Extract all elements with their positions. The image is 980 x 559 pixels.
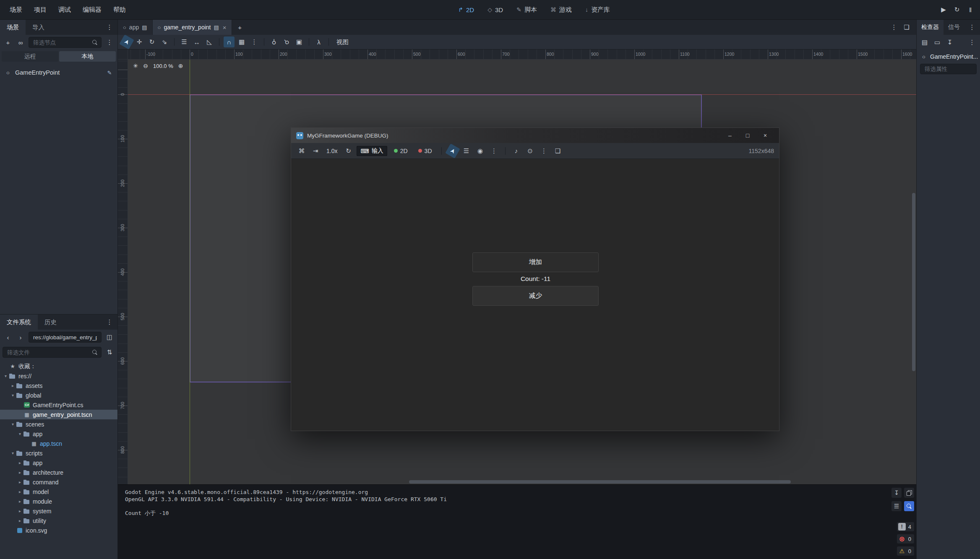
view-menu-button[interactable]: 视图 [331, 37, 354, 47]
filesystem-dock-menu-icon[interactable]: ⋮ [104, 317, 115, 328]
workspace-game[interactable]: ⌘游戏 [550, 6, 572, 14]
maximize-icon[interactable]: □ [739, 130, 756, 141]
errors-badge[interactable]: ⊗0 [897, 534, 914, 543]
messages-badge[interactable]: !4 [897, 522, 914, 531]
file-item-res---[interactable]: res:// [0, 371, 117, 381]
close-icon[interactable]: × [756, 130, 774, 141]
fullscreen-icon[interactable]: ❏ [553, 146, 563, 156]
file-item-icon.svg[interactable]: icon.svg [0, 525, 117, 535]
tab-filesystem[interactable]: 文件系统 [0, 315, 38, 330]
file-item-global[interactable]: global [0, 390, 117, 400]
play-icon[interactable]: ▶ [938, 4, 949, 15]
path-input[interactable] [32, 334, 98, 341]
file-item-module[interactable]: module [0, 497, 117, 506]
tab-inspector[interactable]: 检查器 [917, 20, 944, 35]
file-item-game-entry-point.tscn[interactable]: game_entry_point.tscn [0, 410, 117, 419]
scene-tabs-menu-icon[interactable]: ⋮ [889, 22, 899, 33]
move-mode-icon[interactable]: ✛ [134, 36, 145, 47]
history-forward-icon[interactable]: › [15, 332, 26, 343]
viewport-vscrollbar[interactable] [911, 60, 916, 479]
new-resource-icon[interactable]: ▤ [919, 37, 930, 48]
workspace-script[interactable]: ✎脚本 [516, 6, 537, 14]
unlock-selected-icon[interactable]: ⚲ [279, 34, 295, 50]
file-item-architecture[interactable]: architecture [0, 468, 117, 477]
skeleton-options-icon[interactable]: λ [313, 36, 324, 47]
menu-scene[interactable]: 场景 [4, 4, 28, 16]
expand-arrow-icon[interactable] [17, 509, 23, 513]
menu-project[interactable]: 项目 [29, 4, 52, 16]
expand-arrow-icon[interactable] [10, 383, 16, 388]
file-item-scripts[interactable]: scripts [0, 448, 117, 458]
tab-import[interactable]: 导入 [26, 20, 51, 35]
property-filter-input[interactable] [924, 65, 973, 73]
smart-snap-icon[interactable]: ∩ [224, 36, 235, 47]
file-item-scenes[interactable]: scenes [0, 419, 117, 429]
output-search-icon[interactable] [904, 501, 914, 511]
file-item-app[interactable]: app [0, 458, 117, 468]
expand-arrow-icon[interactable] [10, 451, 16, 455]
warnings-badge[interactable]: ⚠0 [897, 546, 914, 556]
add-node-icon[interactable]: + [3, 37, 13, 48]
scene-tab-game-entry-point[interactable]: ○game_entry_point▤× [153, 20, 232, 35]
expand-arrow-icon[interactable] [17, 470, 23, 475]
remote-tab[interactable]: 远程 [2, 51, 58, 62]
visibility-icon[interactable]: ◉ [475, 146, 486, 156]
expand-arrow-icon[interactable] [17, 489, 23, 494]
pause-icon[interactable]: ‖ [965, 4, 976, 15]
joypad-debug-icon[interactable]: ⌘ [296, 146, 307, 156]
output-list-icon[interactable]: ☰ [891, 501, 902, 511]
menu-editor[interactable]: 编辑器 [77, 4, 107, 16]
input-toggle[interactable]: ⌨输入 [357, 146, 387, 156]
expand-arrow-icon[interactable] [17, 499, 23, 504]
expand-arrow-icon[interactable] [3, 374, 9, 378]
load-resource-icon[interactable]: ▭ [932, 37, 943, 48]
expand-arrow-icon[interactable] [17, 460, 23, 465]
file-filter-input[interactable] [6, 349, 89, 356]
camera-3d-toggle[interactable]: 3D [414, 146, 436, 156]
selection-options-icon[interactable]: ⋮ [489, 146, 500, 156]
next-frame-icon[interactable]: ⇥ [310, 146, 321, 156]
distraction-free-mode-icon[interactable]: ❏ [901, 22, 912, 33]
node-icon[interactable]: ○ [920, 53, 928, 60]
increase-button[interactable]: 增加 [472, 252, 599, 272]
history-back-icon[interactable]: ‹ [3, 332, 13, 343]
scale-mode-icon[interactable]: ⇘ [159, 36, 170, 47]
save-resource-icon[interactable]: ↧ [944, 37, 955, 48]
embed-options-icon[interactable]: ⋮ [539, 146, 550, 156]
select-mode-icon[interactable]: ➤ [119, 34, 134, 49]
sort-files-icon[interactable]: ⇅ [104, 347, 115, 358]
scene-node-gameentrypoint[interactable]: ○ GameEntryPoint ✎ [0, 66, 117, 79]
local-tab[interactable]: 本地 [59, 51, 116, 62]
camera-2d-toggle[interactable]: 2D [390, 146, 412, 156]
hscroll-thumb[interactable] [409, 480, 791, 484]
select-mode-icon[interactable]: ➤ [445, 143, 460, 159]
vscroll-thumb[interactable] [912, 193, 915, 371]
expand-arrow-icon[interactable] [10, 422, 16, 426]
close-tab-icon[interactable]: × [222, 24, 227, 31]
file-item-app[interactable]: app [0, 429, 117, 439]
resource-menu-icon[interactable]: ⋮ [967, 37, 977, 48]
file-item-utility[interactable]: utility [0, 516, 117, 525]
menu-help[interactable]: 帮助 [108, 4, 131, 16]
split-view-icon[interactable]: ◫ [104, 332, 115, 343]
tab-history[interactable]: 历史 [38, 315, 63, 330]
inspector-dock-menu-icon[interactable]: ⋮ [967, 22, 977, 33]
expand-arrow-icon[interactable] [17, 432, 23, 436]
scene-tree-menu-icon[interactable]: ⋮ [104, 37, 115, 48]
camera-override-icon[interactable]: ⊙ [525, 146, 536, 156]
file-item----[interactable]: 收藏： [0, 361, 117, 371]
workspace-2d[interactable]: ↱2D [458, 6, 474, 13]
rotate-mode-icon[interactable]: ↻ [146, 36, 157, 47]
menu-debug[interactable]: 调试 [53, 4, 76, 16]
workspace-assetlib[interactable]: ↓资产库 [585, 6, 610, 14]
grid-snap-icon[interactable]: ▦ [236, 36, 247, 47]
copy-log-icon[interactable] [904, 488, 914, 498]
file-item-system[interactable]: system [0, 506, 117, 516]
open-script-icon[interactable]: ✎ [106, 69, 113, 76]
instance-scene-icon[interactable]: ∞ [15, 37, 26, 48]
snap-options-icon[interactable]: ⋮ [249, 36, 260, 47]
inspected-object-row[interactable]: ○ GameEntryPoint... [917, 50, 980, 62]
expand-arrow-icon[interactable] [17, 518, 23, 523]
zoom-out-icon[interactable]: ⊖ [141, 62, 150, 70]
decrease-button[interactable]: 减少 [472, 286, 599, 306]
